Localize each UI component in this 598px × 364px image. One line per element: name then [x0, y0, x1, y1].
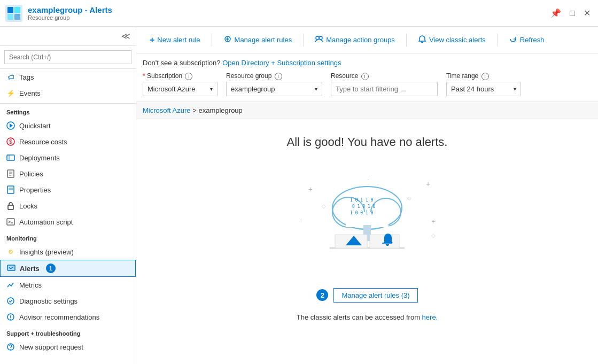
- pin-button[interactable]: 📌: [548, 6, 563, 20]
- sidebar-item-tags-label: Tags: [19, 73, 34, 81]
- breadcrumb-current: examplegroup: [198, 106, 242, 114]
- lightning-icon: ⚡: [6, 89, 15, 97]
- subscription-info-icon[interactable]: i: [185, 73, 192, 80]
- sidebar-item-alerts[interactable]: Alerts 1: [0, 260, 136, 277]
- sidebar-item-events[interactable]: ⚡ Events: [0, 85, 136, 101]
- title-bar-text: examplegroup - Alerts Resource group: [28, 5, 548, 21]
- toolbar-separator-3: [406, 34, 407, 47]
- time-range-label: Time range i: [446, 72, 521, 80]
- sidebar-item-tags[interactable]: 🏷 Tags: [0, 69, 136, 85]
- tag-icon: 🏷: [6, 73, 15, 81]
- sidebar-item-policies[interactable]: Policies: [0, 166, 136, 182]
- manage-action-groups-button[interactable]: Manage action groups: [308, 31, 402, 49]
- svg-text:·: ·: [367, 176, 369, 182]
- sidebar-top-items: 🏷 Tags ⚡ Events: [0, 69, 136, 104]
- breadcrumb-separator: >: [192, 106, 198, 114]
- support-section-label: Support + troubleshooting: [0, 325, 136, 339]
- filter-fields: * Subscription i Microsoft Azure ▾ Resou…: [143, 72, 592, 96]
- sidebar-item-metrics-label: Metrics: [19, 281, 42, 289]
- subscription-select[interactable]: Microsoft Azure ▾: [143, 82, 218, 96]
- resource-group-field: Resource group i examplegroup ▾: [226, 72, 322, 96]
- alerts-icon: [7, 264, 15, 273]
- sidebar-item-policies-label: Policies: [19, 170, 43, 178]
- sidebar-item-automation-script[interactable]: Automation script: [0, 214, 136, 230]
- advisor-icon: [6, 313, 15, 321]
- svg-point-33: [316, 36, 319, 40]
- svg-rect-3: [7, 14, 13, 20]
- metrics-icon: [6, 281, 15, 289]
- refresh-button[interactable]: Refresh: [502, 31, 552, 49]
- svg-text:◇: ◇: [431, 233, 436, 238]
- manage-alert-rules-link-button[interactable]: Manage alert rules (3): [333, 288, 417, 303]
- breadcrumb-parent-link[interactable]: Microsoft Azure: [143, 106, 191, 114]
- subscription-label: * Subscription i: [143, 72, 218, 80]
- sidebar-item-metrics[interactable]: Metrics: [0, 277, 136, 293]
- toolbar-separator-4: [497, 34, 498, 47]
- resource-info-icon[interactable]: i: [361, 73, 369, 80]
- sidebar-item-deployments[interactable]: Deployments: [0, 150, 136, 166]
- sidebar-item-advisor[interactable]: Advisor recommendations: [0, 309, 136, 325]
- refresh-label: Refresh: [520, 36, 545, 44]
- resource-group-value: examplegroup: [231, 85, 275, 93]
- support-icon: [6, 343, 15, 351]
- svg-text:◇: ◇: [322, 203, 326, 209]
- resource-group-select[interactable]: examplegroup ▾: [226, 82, 322, 96]
- classic-alerts-notice: The classic alerts can be accessed from …: [297, 313, 438, 321]
- resource-input[interactable]: [331, 82, 438, 96]
- open-directory-link[interactable]: Open Directory + Subscription settings: [222, 59, 341, 67]
- plus-icon: +: [150, 35, 154, 45]
- classic-notice-text: The classic alerts can be accessed from: [297, 313, 420, 321]
- sidebar-item-quickstart[interactable]: Quickstart: [0, 118, 136, 134]
- maximize-button[interactable]: □: [568, 6, 577, 20]
- manage-alert-link-section: 2 Manage alert rules (3): [316, 288, 417, 303]
- sidebar-item-events-label: Events: [19, 89, 41, 97]
- search-input[interactable]: [4, 50, 131, 64]
- deployments-icon: [6, 153, 15, 162]
- no-alerts-title: All is good! You have no alerts.: [287, 135, 448, 149]
- svg-text:·: ·: [300, 219, 302, 225]
- svg-point-34: [319, 36, 322, 40]
- app-icon: [5, 5, 22, 22]
- sidebar-item-diagnostic-settings[interactable]: Diagnostic settings: [0, 293, 136, 309]
- svg-point-22: [10, 251, 11, 252]
- content-area: + New alert rule Manage alert rules Mana…: [136, 27, 598, 364]
- title-bar: examplegroup - Alerts Resource group 📌 □…: [0, 0, 598, 27]
- svg-rect-2: [14, 7, 20, 13]
- new-alert-rule-button[interactable]: + New alert rule: [143, 32, 207, 49]
- diagnostic-icon: [6, 297, 15, 305]
- view-classic-alerts-button[interactable]: View classic alerts: [411, 31, 493, 49]
- sidebar-item-resource-costs[interactable]: $ Resource costs: [0, 134, 136, 150]
- manage-rules-icon: [223, 35, 232, 45]
- filter-bar: Don't see a subscription? Open Directory…: [136, 53, 598, 102]
- time-range-field: Time range i Past 24 hours ▾: [446, 72, 521, 96]
- sidebar-header: ≪: [0, 27, 136, 46]
- settings-section-label: Settings: [0, 104, 136, 118]
- sidebar-item-locks[interactable]: Locks: [0, 198, 136, 214]
- sidebar-item-diagnostic-label: Diagnostic settings: [19, 297, 77, 305]
- sidebar-item-insights[interactable]: Insights (preview): [0, 244, 136, 260]
- svg-text:1 0 0 1 0: 1 0 0 1 0: [350, 211, 374, 215]
- toolbar-separator-2: [303, 34, 304, 47]
- sidebar-section-settings: Settings Quickstart $ Resource costs Dep…: [0, 104, 136, 230]
- costs-icon: $: [6, 137, 15, 146]
- sidebar-collapse-button[interactable]: ≪: [119, 29, 133, 43]
- resource-group-info-icon[interactable]: i: [275, 73, 282, 80]
- resource-group-label-text: Resource group: [226, 72, 271, 80]
- sidebar-item-new-support[interactable]: New support request: [0, 339, 136, 355]
- filter-notice-text: Don't see a subscription?: [143, 59, 221, 67]
- time-range-select[interactable]: Past 24 hours ▾: [446, 82, 521, 96]
- time-range-info-icon[interactable]: i: [481, 73, 489, 80]
- toolbar-separator-1: [212, 34, 212, 47]
- subscription-value: Microsoft Azure: [147, 85, 196, 93]
- close-button[interactable]: ✕: [581, 6, 593, 20]
- subscription-field: * Subscription i Microsoft Azure ▾: [143, 72, 218, 96]
- resource-group-label: Resource group i: [226, 72, 322, 80]
- svg-rect-23: [7, 265, 15, 270]
- sidebar-item-properties[interactable]: Properties: [0, 182, 136, 198]
- svg-text:+: +: [431, 218, 435, 226]
- sidebar-item-locks-label: Locks: [19, 202, 37, 210]
- manage-alert-rules-button[interactable]: Manage alert rules: [216, 31, 299, 49]
- time-range-label-text: Time range: [446, 72, 478, 80]
- classic-alerts-link[interactable]: here.: [422, 313, 438, 321]
- resource-label-text: Resource: [331, 72, 358, 80]
